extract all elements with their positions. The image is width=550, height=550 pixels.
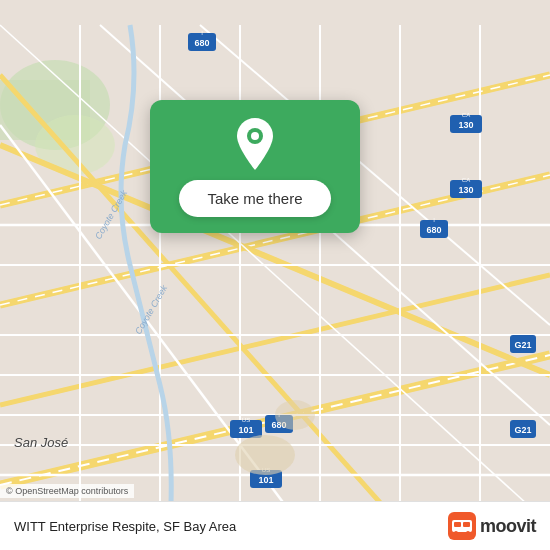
take-me-there-button[interactable]: Take me there <box>179 180 330 217</box>
location-pin-icon <box>233 118 277 170</box>
svg-point-66 <box>466 531 470 535</box>
place-name: WITT Enterprise Respite, SF Bay Area <box>14 519 236 534</box>
svg-text:US: US <box>242 417 250 423</box>
bottom-bar: WITT Enterprise Respite, SF Bay Area moo… <box>0 501 550 550</box>
svg-text:G21: G21 <box>514 425 531 435</box>
svg-rect-64 <box>463 522 470 527</box>
svg-text:130: 130 <box>458 120 473 130</box>
svg-text:CA: CA <box>462 112 470 118</box>
svg-text:680: 680 <box>426 225 441 235</box>
map-container: 680 I 680 I 680 I 130 CA 130 CA 101 US 1… <box>0 0 550 550</box>
bottom-info: WITT Enterprise Respite, SF Bay Area <box>14 519 236 534</box>
attribution-bar: © OpenStreetMap contributors <box>0 484 134 498</box>
svg-point-65 <box>454 531 458 535</box>
san-jose-label: San José <box>14 435 68 450</box>
svg-point-58 <box>275 400 315 430</box>
moovit-logo: moovit <box>448 512 536 540</box>
map-background: 680 I 680 I 680 I 130 CA 130 CA 101 US 1… <box>0 0 550 550</box>
svg-text:130: 130 <box>458 185 473 195</box>
svg-text:101: 101 <box>238 425 253 435</box>
svg-text:G21: G21 <box>514 340 531 350</box>
moovit-bus-icon <box>448 512 476 540</box>
svg-point-60 <box>251 132 259 140</box>
svg-text:101: 101 <box>258 475 273 485</box>
svg-text:CA: CA <box>462 177 470 183</box>
moovit-brand-text: moovit <box>480 516 536 537</box>
svg-rect-63 <box>454 522 461 527</box>
action-card[interactable]: Take me there <box>150 100 360 233</box>
svg-point-57 <box>235 435 295 475</box>
svg-text:680: 680 <box>194 38 209 48</box>
copyright-text: © OpenStreetMap contributors <box>6 486 128 496</box>
